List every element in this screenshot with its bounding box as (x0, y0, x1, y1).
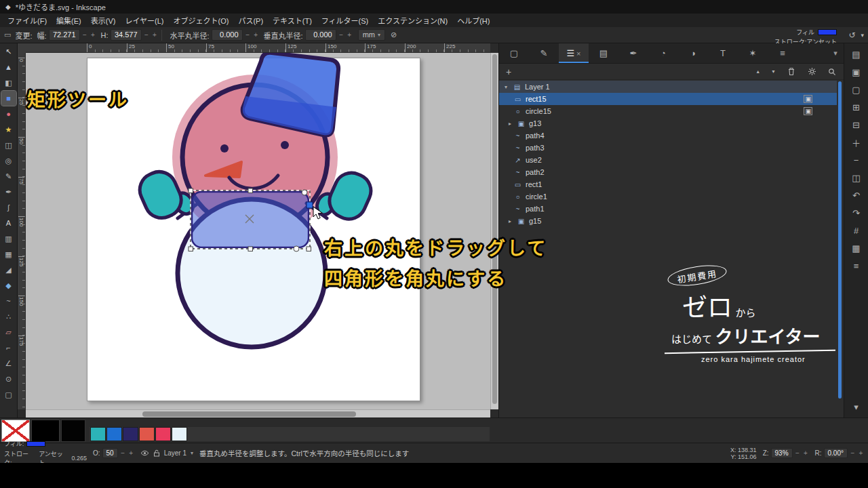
width-plus-button[interactable]: + (90, 31, 96, 39)
zoom-tool[interactable]: ⊙ (1, 371, 16, 386)
close-icon[interactable]: × (576, 49, 580, 58)
text-tool[interactable]: A (1, 216, 16, 230)
duplicate-icon[interactable]: ▣ (850, 66, 863, 77)
menu-filters[interactable]: フィルター(S) (317, 14, 373, 27)
tab-symbols[interactable]: ✒ (618, 43, 648, 63)
zoom-minus-button[interactable]: − (795, 449, 801, 457)
width-input[interactable]: 72.271 (49, 29, 80, 41)
zoom-out-icon[interactable]: − (850, 155, 863, 165)
rotation-plus-button[interactable]: + (858, 449, 864, 457)
ry-input[interactable]: 0.000 (305, 29, 336, 41)
palette-swatch-teal[interactable] (90, 427, 106, 441)
delete-button[interactable] (787, 67, 796, 77)
grid-icon[interactable]: ▦ (850, 243, 863, 253)
object-row-path2[interactable]: ~ path2 (499, 166, 837, 178)
tab-find[interactable]: ◔ (648, 43, 678, 63)
zoom-in-icon[interactable]: ＋ (850, 137, 863, 148)
palette-swatch-blue[interactable] (106, 427, 122, 441)
ruler-corner[interactable] (18, 43, 26, 53)
menu-file[interactable]: ファイル(F) (3, 14, 52, 27)
remove-rounding-button[interactable]: ⊘ (391, 30, 397, 39)
menu-path[interactable]: パス(P) (233, 14, 268, 27)
visibility-badge-icon[interactable]: ▣ (804, 107, 812, 115)
spiral-tool[interactable]: ◎ (1, 153, 16, 168)
rotation-input[interactable]: 0.00° (824, 448, 848, 458)
tab-objects[interactable]: ☰ × (559, 43, 589, 63)
tab-align[interactable]: ✶ (738, 43, 768, 63)
redo-icon[interactable]: ↷ (850, 207, 863, 218)
document-icon[interactable]: ▢ (850, 84, 863, 95)
vertical-scrollbar[interactable] (490, 53, 498, 409)
stroke-width-value[interactable]: 0.265 (71, 455, 87, 462)
eraser-tool[interactable]: ▱ (1, 325, 16, 340)
width-minus-button[interactable]: − (82, 31, 88, 39)
star-tool[interactable]: ★ (1, 122, 16, 137)
search-button[interactable] (827, 67, 837, 77)
horizontal-scrollbar[interactable] (26, 409, 490, 418)
menu-text[interactable]: テキスト(T) (268, 14, 317, 27)
tab-overflow-button[interactable]: ▾ (827, 43, 844, 63)
panel-scrollbar[interactable] (838, 81, 842, 399)
palette-swatch-pale[interactable] (172, 427, 187, 441)
vertical-ruler[interactable]: 0 25 50 75 100 125 150 175 (18, 53, 26, 409)
rect-tool[interactable]: ■ (1, 91, 16, 106)
unit-dropdown[interactable]: mm▾ (358, 29, 385, 41)
rx-input[interactable]: 0.000 (212, 29, 243, 41)
expander-icon[interactable]: ▸ (507, 218, 513, 224)
zoom-input[interactable]: 93% (771, 448, 793, 458)
pages-tool[interactable]: ▢ (1, 387, 16, 402)
height-plus-button[interactable]: + (152, 31, 158, 39)
opacity-minus-button[interactable]: − (120, 449, 126, 457)
menu-view[interactable]: 表示(V) (86, 14, 121, 27)
height-input[interactable]: 34.577 (111, 29, 142, 41)
snowman-drawing[interactable] (26, 53, 490, 409)
expander-icon[interactable]: ▸ (507, 121, 513, 127)
mesh-tool[interactable]: ▦ (1, 247, 16, 262)
fill-swatch[interactable] (26, 441, 45, 447)
palette-swatch-orange[interactable] (139, 427, 155, 441)
refresh-icon[interactable]: ↺ (848, 30, 855, 40)
import-icon[interactable]: ⊞ (850, 102, 863, 113)
tab-export[interactable]: ✎ (529, 43, 559, 63)
horizontal-scrollbar-thumb[interactable] (142, 411, 356, 417)
current-layer-dropdown[interactable]: Layer 1 (164, 449, 186, 457)
object-row-circle1[interactable]: ○ circle1 (499, 190, 837, 203)
spray-tool[interactable]: ∴ (1, 309, 16, 324)
menu-object[interactable]: オブジェクト(O) (169, 14, 234, 27)
ellipse-tool[interactable]: ● (1, 106, 16, 121)
opacity-plus-button[interactable]: + (128, 449, 134, 457)
box3d-tool[interactable]: ◫ (1, 138, 16, 152)
tab-text[interactable]: T (708, 43, 738, 63)
ry-plus-button[interactable]: + (347, 31, 353, 39)
menu-extensions[interactable]: エクステンション(N) (373, 14, 452, 27)
tab-swatches[interactable]: ▤ (589, 43, 618, 63)
object-row-rect1[interactable]: ▭ rect1 (499, 178, 837, 190)
layer-row[interactable]: ▾ ▤ Layer 1 (499, 81, 837, 93)
zoom-plus-button[interactable]: + (803, 449, 809, 457)
rx-minus-button[interactable]: − (245, 31, 251, 39)
palette-swatch-red[interactable] (155, 427, 171, 441)
dropper-tool[interactable]: ◢ (1, 262, 16, 277)
export-icon[interactable]: ⊟ (850, 119, 863, 130)
menu-help[interactable]: ヘルプ(H) (452, 14, 494, 27)
fill-swatch[interactable] (818, 29, 837, 35)
rx-plus-button[interactable]: + (253, 31, 259, 39)
rotation-minus-button[interactable]: − (850, 449, 856, 457)
tab-document[interactable]: ▢ (499, 43, 529, 63)
selector-tool[interactable]: ↖ (1, 44, 16, 59)
ry-minus-button[interactable]: − (338, 31, 344, 39)
chevron-down-icon[interactable]: ▾ (861, 32, 864, 39)
settings-button[interactable] (807, 67, 816, 77)
zoom-fit-icon[interactable]: ◫ (850, 172, 863, 183)
pen-tool[interactable]: ✒ (1, 184, 16, 199)
add-layer-button[interactable]: + (506, 66, 511, 77)
object-row-g15[interactable]: ▸ ▣ g15 (499, 215, 837, 227)
shape-builder-tool[interactable]: ◧ (1, 75, 16, 90)
tweak-tool[interactable]: ~ (1, 293, 16, 308)
connector-tool[interactable]: ⌐ (1, 340, 16, 355)
node-tool[interactable]: ▲ (1, 60, 16, 75)
object-row-circle15[interactable]: ○ circle15 ▣ (499, 105, 837, 117)
object-row-path1[interactable]: ~ path1 (499, 203, 837, 215)
palette-swatch-navy[interactable] (123, 427, 138, 441)
tab-xml[interactable]: ≡ (768, 43, 797, 63)
